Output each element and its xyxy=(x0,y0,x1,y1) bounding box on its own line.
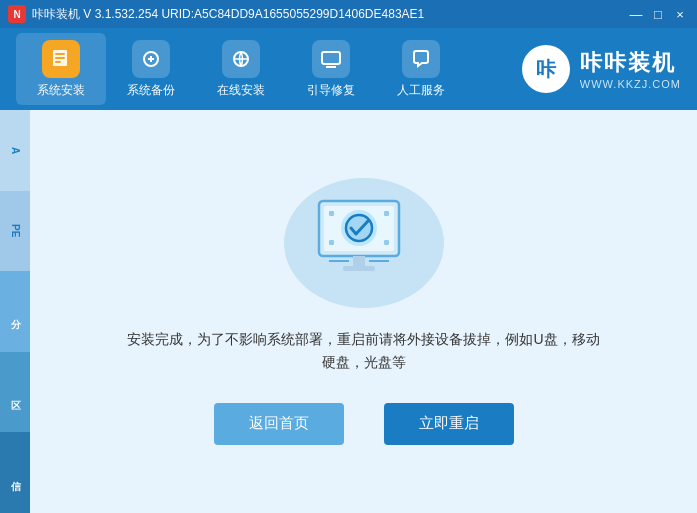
svg-rect-2 xyxy=(55,57,65,59)
tab-boot-repair-label: 引导修复 xyxy=(307,82,355,99)
title-bar-left: N 咔咔装机 V 3.1.532.254 URID:A5C84DD9A16550… xyxy=(8,5,424,23)
svg-rect-17 xyxy=(329,240,334,245)
svg-rect-16 xyxy=(384,211,389,216)
tab-manual-service-icon xyxy=(402,40,440,78)
brand-logo: 咔 xyxy=(522,45,570,93)
tab-online-install-label: 在线安装 xyxy=(217,82,265,99)
close-button[interactable]: × xyxy=(671,5,689,23)
tab-online-install-icon xyxy=(222,40,260,78)
svg-rect-20 xyxy=(343,266,375,271)
brand-text: 咔咔装机 WWW.KKZJ.COM xyxy=(580,48,681,90)
sidebar-strips: A PE 分 区 信 xyxy=(0,110,30,513)
brand-name: 咔咔装机 xyxy=(580,48,681,78)
return-home-button[interactable]: 返回首页 xyxy=(214,403,344,445)
svg-rect-19 xyxy=(353,256,365,266)
content-area: A PE 分 区 信 xyxy=(0,110,697,513)
tab-manual-service-label: 人工服务 xyxy=(397,82,445,99)
svg-rect-3 xyxy=(55,61,61,63)
tab-sys-install[interactable]: 系统安装 xyxy=(16,33,106,105)
nav-bar: 系统安装 系统备份 xyxy=(0,28,697,110)
minimize-button[interactable]: — xyxy=(627,5,645,23)
restart-now-button[interactable]: 立即重启 xyxy=(384,403,514,445)
strip-e: 信 xyxy=(0,432,30,513)
tab-boot-repair[interactable]: 引导修复 xyxy=(286,33,376,105)
tab-sys-backup[interactable]: 系统备份 xyxy=(106,33,196,105)
strip-d: 区 xyxy=(0,352,30,433)
strip-a: A xyxy=(0,110,30,191)
success-message: 安装完成，为了不影响系统部署，重启前请将外接设备拔掉，例如U盘，移动硬盘，光盘等 xyxy=(124,328,604,373)
app-logo-badge: N xyxy=(8,5,26,23)
monitor-svg xyxy=(309,193,419,293)
svg-rect-15 xyxy=(329,211,334,216)
strip-c: 分 xyxy=(0,271,30,352)
brand-area: 咔 咔咔装机 WWW.KKZJ.COM xyxy=(522,45,681,93)
tab-boot-repair-icon xyxy=(312,40,350,78)
tab-manual-service[interactable]: 人工服务 xyxy=(376,33,466,105)
main-content: 安装完成，为了不影响系统部署，重启前请将外接设备拔掉，例如U盘，移动硬盘，光盘等… xyxy=(30,110,697,513)
title-text: 咔咔装机 V 3.1.532.254 URID:A5C84DD9A1655055… xyxy=(32,6,424,23)
success-illustration xyxy=(284,178,444,308)
window-controls: — □ × xyxy=(627,5,689,23)
strip-pe: PE xyxy=(0,191,30,272)
tab-sys-install-label: 系统安装 xyxy=(37,82,85,99)
svg-rect-1 xyxy=(55,53,65,55)
tab-sys-backup-icon xyxy=(132,40,170,78)
action-buttons: 返回首页 立即重启 xyxy=(214,403,514,445)
svg-rect-18 xyxy=(384,240,389,245)
svg-rect-7 xyxy=(322,52,340,64)
brand-url: WWW.KKZJ.COM xyxy=(580,78,681,90)
nav-tabs: 系统安装 系统备份 xyxy=(16,33,502,105)
monitor-circle xyxy=(284,178,444,308)
tab-sys-install-icon xyxy=(42,40,80,78)
title-bar: N 咔咔装机 V 3.1.532.254 URID:A5C84DD9A16550… xyxy=(0,0,697,28)
main-window: 系统安装 系统备份 xyxy=(0,28,697,513)
maximize-button[interactable]: □ xyxy=(649,5,667,23)
tab-online-install[interactable]: 在线安装 xyxy=(196,33,286,105)
tab-sys-backup-label: 系统备份 xyxy=(127,82,175,99)
